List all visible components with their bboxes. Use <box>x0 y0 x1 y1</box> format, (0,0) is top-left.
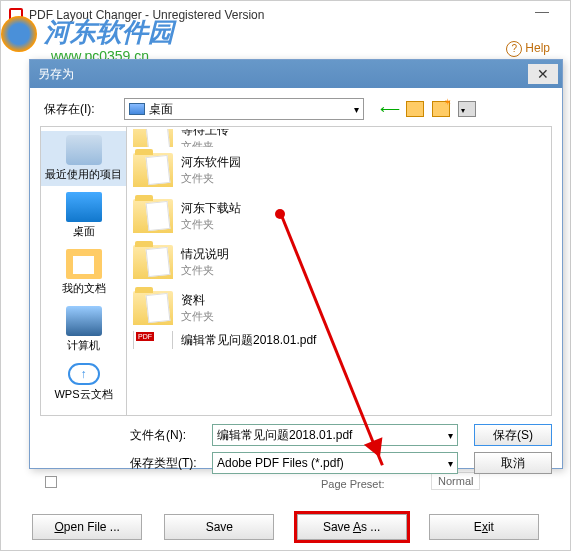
sidebar-item-documents[interactable]: 我的文档 <box>41 245 126 300</box>
desktop-icon <box>129 103 145 115</box>
sidebar-item-recent[interactable]: 最近使用的项目 <box>41 131 126 186</box>
file-type: 文件夹 <box>181 171 241 186</box>
save-in-label: 保存在(I): <box>44 101 118 118</box>
app-icon <box>9 8 23 22</box>
save-button-main[interactable]: Save <box>164 514 274 540</box>
sidebar-item-desktop[interactable]: 桌面 <box>41 188 126 243</box>
list-item[interactable]: 编辑常见问题2018.01.pdf <box>129 331 549 349</box>
filename-value: 编辑常见问题2018.01.pdf <box>217 427 352 444</box>
save-button[interactable]: 保存(S) <box>474 424 552 446</box>
dialog-toolbar: ⟵ <box>380 101 476 117</box>
file-name: 编辑常见问题2018.01.pdf <box>181 332 316 349</box>
close-icon[interactable]: ✕ <box>528 64 558 84</box>
save-as-button[interactable]: Save As ... <box>297 514 407 540</box>
view-menu-icon[interactable] <box>458 101 476 117</box>
sidebar-item-label: WPS云文档 <box>54 387 112 402</box>
file-name: 等待上传 <box>181 129 229 139</box>
cancel-button[interactable]: 取消 <box>474 452 552 474</box>
file-type: 文件夹 <box>181 263 229 278</box>
window-title: PDF Layout Changer - Unregistered Versio… <box>29 8 264 22</box>
new-folder-icon[interactable] <box>432 101 450 117</box>
list-item[interactable]: 等待上传 文件夹 <box>129 129 549 147</box>
sidebar-item-wps[interactable]: WPS云文档 <box>41 359 126 406</box>
list-item[interactable]: 资料 文件夹 <box>129 285 549 331</box>
main-button-row: Open File ... Save Save As ... Exit <box>1 514 570 540</box>
computer-icon <box>66 306 102 336</box>
chevron-down-icon: ▾ <box>354 104 359 115</box>
filetype-select[interactable]: Adobe PDF Files (*.pdf) ▾ <box>212 452 458 474</box>
sidebar-item-label: 桌面 <box>73 224 95 239</box>
recent-icon <box>66 135 102 165</box>
folder-icon <box>133 129 173 147</box>
exit-button[interactable]: Exit <box>429 514 539 540</box>
filename-label: 文件名(N): <box>130 427 206 444</box>
folder-icon <box>133 153 173 187</box>
save-in-row: 保存在(I): 桌面 ▾ ⟵ <box>44 98 552 120</box>
sidebar-item-label: 最近使用的项目 <box>45 167 122 182</box>
dialog-title: 另存为 <box>38 66 74 83</box>
help-link[interactable]: Help <box>506 41 550 57</box>
places-sidebar: 最近使用的项目 桌面 我的文档 计算机 <box>40 126 126 416</box>
folder-icon <box>133 291 173 325</box>
file-name: 河东下载站 <box>181 200 241 217</box>
sidebar-item-label: 我的文档 <box>62 281 106 296</box>
list-item[interactable]: 情况说明 文件夹 <box>129 239 549 285</box>
file-type: 文件夹 <box>181 309 214 324</box>
list-item[interactable]: 河东下载站 文件夹 <box>129 193 549 239</box>
sidebar-item-computer[interactable]: 计算机 <box>41 302 126 357</box>
dialog-titlebar: 另存为 ✕ <box>30 60 562 88</box>
up-folder-icon[interactable] <box>406 101 424 117</box>
file-type: 文件夹 <box>181 217 241 232</box>
back-icon[interactable]: ⟵ <box>380 101 398 117</box>
folder-icon <box>133 199 173 233</box>
open-file-button[interactable]: Open File ... <box>32 514 142 540</box>
list-item[interactable]: 河东软件园 文件夹 <box>129 147 549 193</box>
cloud-icon <box>68 363 100 385</box>
titlebar: PDF Layout Changer - Unregistered Versio… <box>1 1 570 29</box>
minimize-button[interactable]: — <box>522 3 562 27</box>
folder-icon <box>133 245 173 279</box>
desktop-icon <box>66 192 102 222</box>
file-type: 文件夹 <box>181 139 229 147</box>
main-window: PDF Layout Changer - Unregistered Versio… <box>0 0 571 551</box>
filetype-label: 保存类型(T): <box>130 455 206 472</box>
chevron-down-icon: ▾ <box>448 458 453 469</box>
file-name: 河东软件园 <box>181 154 241 171</box>
filename-input[interactable]: 编辑常见问题2018.01.pdf ▾ <box>212 424 458 446</box>
file-name: 情况说明 <box>181 246 229 263</box>
documents-icon <box>66 249 102 279</box>
pdf-icon <box>133 331 173 349</box>
filetype-value: Adobe PDF Files (*.pdf) <box>217 456 344 470</box>
file-list[interactable]: 等待上传 文件夹 河东软件园 文件夹 河东下 <box>126 126 552 416</box>
sidebar-item-label: 计算机 <box>67 338 100 353</box>
save-in-select[interactable]: 桌面 ▾ <box>124 98 364 120</box>
file-name: 资料 <box>181 292 214 309</box>
save-in-value: 桌面 <box>149 101 173 118</box>
chevron-down-icon: ▾ <box>448 430 453 441</box>
save-as-dialog: 另存为 ✕ 保存在(I): 桌面 ▾ ⟵ <box>29 59 563 469</box>
